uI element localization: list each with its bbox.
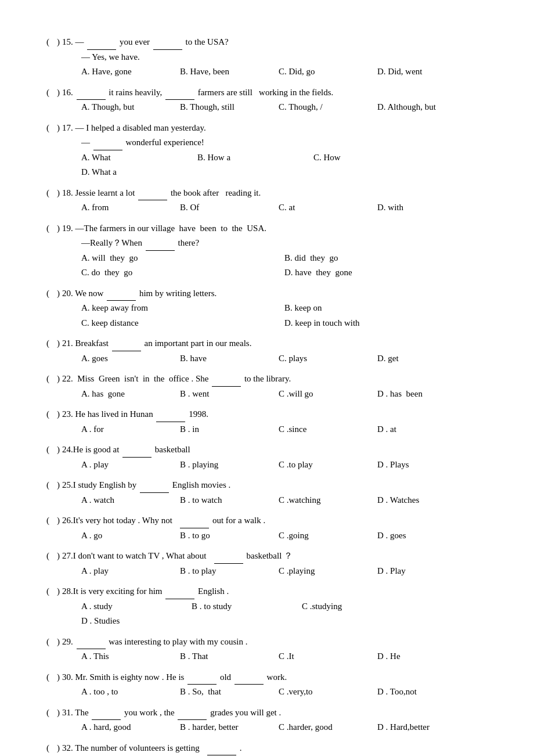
q25-options: A . watch B . to watch C .watching D . W…: [81, 493, 488, 508]
q28-paren-open: (: [46, 584, 55, 599]
q17-options: A. What B. How a C. How D. What a: [81, 150, 488, 180]
q30-paren-close: ): [57, 670, 60, 685]
q19-sub: —Really？When there?: [81, 236, 488, 251]
q16-paren-open: (: [46, 85, 55, 100]
q27-optB: B . to play: [180, 564, 279, 579]
q20-text: 20. We now him by writing letters.: [62, 286, 217, 301]
question-26: ( ) 26.It's very hot today . Why not out…: [46, 513, 488, 543]
q22-optD: D . has been: [377, 387, 476, 402]
q20-options: A. keep away from B. keep on C. keep dis…: [81, 301, 488, 330]
q19-paren-close: ): [57, 221, 60, 236]
question-31: ( ) 31. The you work , the grades you wi…: [46, 705, 488, 735]
question-32: ( ) 32. The number of volunteers is gett…: [46, 741, 488, 757]
q23-optB: B . in: [180, 422, 279, 437]
q29-text: 29. was interesting to play with my cous…: [62, 635, 247, 650]
q17-sub: — wonderful experience!: [81, 135, 488, 150]
q28-optC: C .studying: [302, 599, 412, 614]
q16-optB: B. Though, still: [180, 100, 279, 115]
q30-optC: C .very,to: [279, 685, 377, 700]
q29-options: A . This B . That C .It D . He: [81, 649, 488, 664]
q26-paren-close: ): [57, 513, 60, 528]
q21-optA: A. goes: [81, 351, 180, 366]
q17-paren-open: (: [46, 121, 55, 136]
question-23: ( ) 23. He has lived in Hunan 1998. A . …: [46, 407, 488, 437]
question-15: ( ) 15. — you ever to the USA? — Yes, we…: [46, 35, 488, 80]
q29-optC: C .It: [279, 649, 377, 664]
q21-text: 21. Breakfast an important part in our m…: [62, 336, 251, 351]
q24-paren-open: (: [46, 442, 55, 458]
q26-text: 26.It's very hot today . Why not out for…: [62, 513, 265, 528]
question-18: ( ) 18. Jessie learnt a lot the book aft…: [46, 186, 488, 215]
question-25: ( ) 25.I study English by English movies…: [46, 478, 488, 507]
q28-options: A . study B . to study C .studying D . S…: [81, 599, 488, 629]
q29-optD: D . He: [377, 649, 476, 664]
q16-optC: C. Though, /: [279, 100, 377, 115]
question-24: ( ) 24.He is good at basketball A . play…: [46, 442, 488, 472]
q31-options: A . hard, good B . harder, better C .har…: [81, 720, 488, 735]
q22-optC: C .will go: [279, 387, 377, 402]
q24-optA: A . play: [81, 458, 180, 473]
q23-optC: C .since: [279, 422, 377, 437]
q29-optA: A . This: [81, 649, 180, 664]
q16-paren-close: ): [57, 85, 60, 100]
question-21: ( ) 21. Breakfast an important part in o…: [46, 336, 488, 366]
q31-optD: D . Hard,better: [377, 720, 476, 735]
q22-optB: B . went: [180, 387, 279, 402]
q23-text: 23. He has lived in Hunan 1998.: [62, 407, 208, 422]
q24-text: 24.He is good at basketball: [62, 442, 190, 458]
q23-options: A . for B . in C .since D . at: [81, 422, 488, 437]
q24-paren-close: ): [57, 442, 60, 458]
q17-optC: C. How: [313, 150, 430, 165]
q22-paren-open: (: [46, 372, 55, 387]
q22-options: A. has gone B . went C .will go D . has …: [81, 387, 488, 402]
q25-optD: D . Watches: [377, 493, 476, 508]
q31-paren-open: (: [46, 705, 55, 721]
q28-optA: A . study: [81, 599, 192, 614]
q19-text: 19. —The farmers in our village have bee…: [62, 221, 266, 236]
q29-paren-close: ): [57, 635, 60, 650]
q18-paren-close: ): [57, 186, 60, 201]
q27-optC: C .playing: [279, 564, 377, 579]
q20-paren-open: (: [46, 286, 55, 301]
q20-optA: A. keep away from: [81, 301, 284, 316]
q26-optD: D . goes: [377, 528, 476, 543]
q23-paren-open: (: [46, 407, 55, 422]
q19-optC: C. do they go: [81, 265, 284, 280]
q32-text: 32. The number of volunteers is getting …: [62, 741, 242, 756]
q21-paren-open: (: [46, 336, 55, 351]
q30-optB: B . So, that: [180, 685, 279, 700]
q18-optA: A. from: [81, 200, 180, 215]
q27-text: 27.I don't want to watch TV , What about…: [62, 549, 293, 564]
q23-optA: A . for: [81, 422, 180, 437]
q16-optA: A. Though, but: [81, 100, 180, 115]
q30-paren-open: (: [46, 670, 55, 685]
q17-optD: D. What a: [81, 165, 197, 180]
q26-optB: B . to go: [180, 528, 279, 543]
q31-text: 31. The you work , the grades you will g…: [62, 705, 281, 721]
q25-paren-close: ): [57, 478, 60, 493]
q24-optB: B . playing: [180, 458, 279, 473]
q21-optD: D. get: [377, 351, 476, 366]
q27-options: A . play B . to play C .playing D . Play: [81, 564, 488, 579]
q22-text: 22. Miss Green isn't in the office . She…: [62, 372, 291, 387]
q24-optD: D . Plays: [377, 458, 476, 473]
q31-optC: C .harder, good: [279, 720, 377, 735]
q18-optB: B. Of: [180, 200, 279, 215]
q15-text: 15. — you ever to the USA?: [62, 35, 229, 50]
q20-optC: C. keep distance: [81, 316, 284, 331]
q27-paren-open: (: [46, 549, 55, 564]
q19-options: A. will they go B. did they go C. do the…: [81, 251, 488, 280]
q15-optC: C. Did, go: [279, 64, 377, 80]
q17-text: 17. — I helped a disabled man yesterday.: [62, 121, 206, 136]
q28-optD: D . Studies: [81, 614, 192, 629]
q16-text: 16. it rains heavily, farmers are still …: [62, 85, 333, 100]
q23-optD: D . at: [377, 422, 476, 437]
question-20: ( ) 20. We now him by writing letters. A…: [46, 286, 488, 331]
q15-optB: B. Have, been: [180, 64, 279, 80]
q24-options: A . play B . playing C .to play D . Play…: [81, 458, 488, 473]
q17-optA: A. What: [81, 150, 197, 165]
q19-optD: D. have they gone: [284, 265, 488, 280]
question-19: ( ) 19. —The farmers in our village have…: [46, 221, 488, 280]
q25-optA: A . watch: [81, 493, 180, 508]
q31-optB: B . harder, better: [180, 720, 279, 735]
